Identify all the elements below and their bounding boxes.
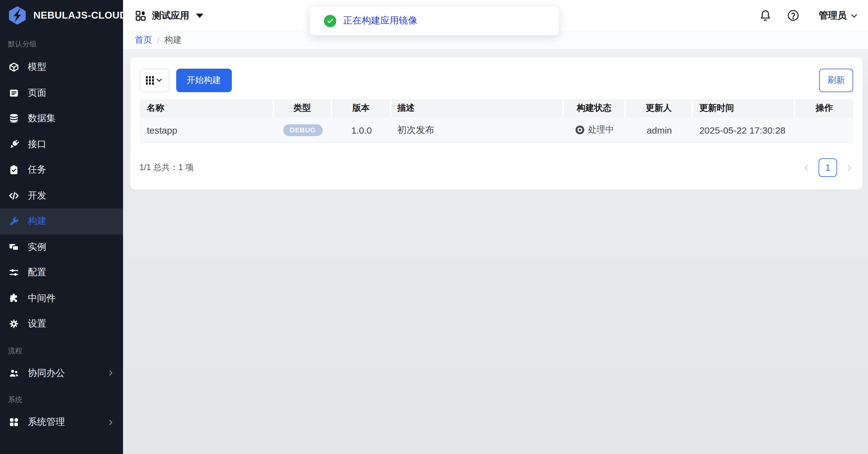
sidebar-group-label-process: 流程 [0,337,123,360]
sidebar-item-label: 接口 [28,139,46,150]
cell-build-status: 处理中 [564,118,625,142]
sidebar-item-instances[interactable]: 实例 [0,234,123,260]
column-settings-button[interactable] [140,69,169,92]
clipboard-check-icon [9,165,19,175]
table-header-row: 名称 类型 版本 描述 构建状态 更新人 更新时间 操作 [140,99,853,118]
cell-actions [795,118,853,142]
cell-updated-at: 2025-05-22 17:30:28 [693,118,795,142]
code-icon [9,190,19,201]
bell-icon[interactable] [759,9,771,22]
instances-icon [9,242,19,252]
sidebar-item-middleware[interactable]: 中间件 [0,285,123,311]
gear-icon [9,319,19,329]
sidebar-item-label: 页面 [28,87,46,99]
breadcrumb-separator: / [157,35,159,45]
toast-notification: 正在构建应用镜像 [310,6,559,35]
sidebar-item-develop[interactable]: 开发 [0,183,123,208]
sidebar-item-label: 开发 [28,190,46,202]
cube-icon [9,62,19,73]
cell-version: 1.0.0 [332,118,391,142]
sidebar-item-datasets[interactable]: 数据集 [0,106,123,131]
content-area: 开始构建 刷新 名称 类型 版本 描述 构建状态 更新人 更新时间 操作 [123,49,868,454]
build-table: 名称 类型 版本 描述 构建状态 更新人 更新时间 操作 testapp DEB… [140,99,853,143]
chevron-right-icon [107,419,114,426]
chevron-down-icon [156,77,163,84]
sidebar-item-label: 配置 [28,267,46,279]
help-circle-icon[interactable] [787,9,799,22]
app-window: NEBULAJS-CLOUD 默认分组 模型 页面 数据集 接口 [0,0,868,454]
col-header-updated-by: 更新人 [626,99,693,118]
col-header-name: 名称 [140,99,274,118]
sidebar-item-interfaces[interactable]: 接口 [0,131,123,157]
pagination-summary: 1/1 总共：1 项 [140,162,194,173]
col-header-type: 类型 [274,99,332,118]
cell-updated-by: admin [626,118,693,142]
sidebar: NEBULAJS-CLOUD 默认分组 模型 页面 数据集 接口 [0,0,123,454]
breadcrumb-home-link[interactable]: 首页 [135,34,152,46]
toast-message: 正在构建应用镜像 [343,15,417,27]
chevron-down-icon [850,11,858,20]
start-build-button[interactable]: 开始构建 [176,69,231,92]
status-label: 处理中 [588,124,614,135]
topbar: 测试应用 管理员 正在构建应用镜像 [123,0,868,31]
brand-logo-icon [7,5,28,26]
sidebar-item-system-admin[interactable]: 系统管理 [0,410,123,435]
sidebar-item-tasks[interactable]: 任务 [0,157,123,183]
app-selector[interactable]: 测试应用 [135,9,204,21]
pagination: 1/1 总共：1 项 1 [140,158,853,177]
sidebar-item-collaboration[interactable]: 协同办公 [0,360,123,386]
debug-badge: DEBUG [283,124,322,136]
sidebar-group-label-system: 系统 [0,386,123,410]
user-label: 管理员 [819,9,847,21]
sidebar-item-build[interactable]: 构建 [0,208,123,234]
sidebar-item-settings[interactable]: 设置 [0,311,123,337]
chevron-right-icon [107,370,114,377]
sidebar-item-label: 任务 [28,164,46,176]
cell-name: testapp [140,118,274,142]
col-header-actions: 操作 [795,99,853,118]
sidebar-item-label: 协同办公 [28,367,65,379]
build-list-card: 开始构建 刷新 名称 类型 版本 描述 构建状态 更新人 更新时间 操作 [130,57,862,189]
sidebar-item-label: 实例 [28,241,46,253]
plug-icon [9,139,19,150]
sidebar-item-label: 系统管理 [28,417,65,428]
cell-type: DEBUG [274,118,332,142]
brand: NEBULAJS-CLOUD [0,0,123,31]
page-number-button[interactable]: 1 [818,158,837,177]
page-icon [9,88,19,98]
chevron-right-icon[interactable] [845,163,853,172]
table-row[interactable]: testapp DEBUG 1.0.0 初次发布 处理中 admin [140,118,853,143]
sidebar-item-models[interactable]: 模型 [0,54,123,80]
database-icon [9,114,19,124]
col-header-updated-at: 更新时间 [693,99,795,118]
sidebar-group-label-default: 默认分组 [0,31,123,54]
chevron-left-icon[interactable] [803,163,810,172]
grid-2x2-icon [9,417,19,428]
users-icon [9,368,19,379]
user-menu[interactable]: 管理员 [819,9,858,21]
sliders-icon [9,268,19,278]
wrench-icon [9,216,19,227]
sidebar-item-label: 中间件 [28,293,56,304]
check-circle-icon [324,14,336,27]
refresh-button[interactable]: 刷新 [819,69,853,92]
col-header-description: 描述 [391,99,564,118]
sidebar-item-label: 设置 [28,318,46,330]
toolbar: 开始构建 刷新 [140,69,853,92]
puzzle-icon [9,293,19,304]
caret-down-icon [196,13,204,18]
col-header-version: 版本 [332,99,391,118]
sidebar-nav: 默认分组 模型 页面 数据集 接口 任务 [0,31,123,435]
grid-3x3-icon [146,76,154,84]
sidebar-item-pages[interactable]: 页面 [0,80,123,106]
app-grid-icon [135,9,147,21]
app-selector-label: 测试应用 [152,9,189,21]
brand-name: NEBULAJS-CLOUD [33,10,127,21]
main-area: 测试应用 管理员 正在构建应用镜像 首页 / 构建 [123,0,868,454]
sidebar-item-label: 模型 [28,62,46,73]
processing-dot-icon [576,126,584,134]
sidebar-item-label: 构建 [28,216,46,227]
sidebar-item-config[interactable]: 配置 [0,260,123,285]
cell-description: 初次发布 [391,118,564,142]
sidebar-item-label: 数据集 [28,113,56,125]
